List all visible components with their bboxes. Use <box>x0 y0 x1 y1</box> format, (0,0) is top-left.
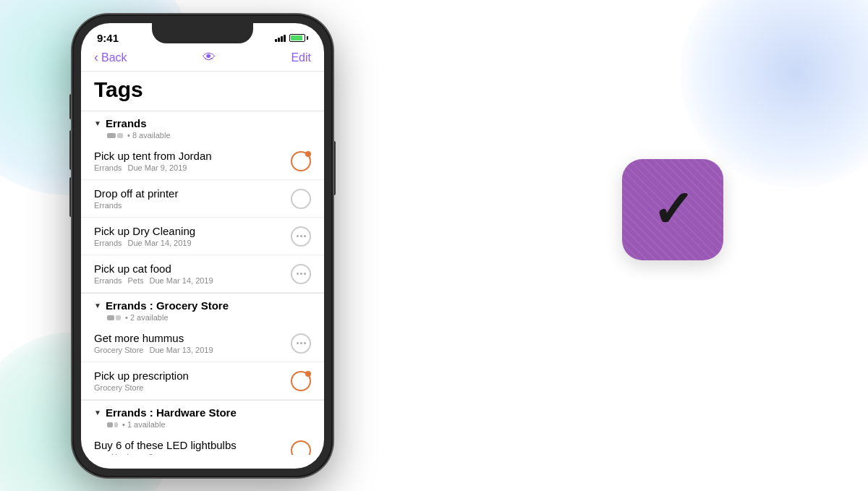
task-circle-gray[interactable] <box>291 189 311 209</box>
task-tag: Hardware Store <box>111 453 167 455</box>
task-title: Pick up tent from Jordan <box>94 150 291 162</box>
task-tag: Errands <box>94 239 122 247</box>
task-circle-orange-dot[interactable] <box>291 151 311 171</box>
chevron-left-icon: ‹ <box>94 50 98 65</box>
status-icons <box>275 34 308 42</box>
task-title: Drop off at printer <box>94 187 291 200</box>
task-content: Drop off at printer Errands <box>94 187 291 210</box>
task-due: Due Mar 14, 2019 <box>150 276 213 285</box>
task-item[interactable]: Pick up prescription Grocery Store <box>81 362 324 400</box>
status-time: 9:41 <box>97 32 119 44</box>
page-title: Tags <box>81 72 324 111</box>
power-button <box>333 141 336 195</box>
task-meta: Errands Due Mar 14, 2019 <box>94 239 291 247</box>
dots-icon <box>297 342 306 344</box>
section-grocery-header: ▼ Errands : Grocery Store • 2 available <box>81 293 324 325</box>
task-item[interactable]: Pick up tent from Jordan Errands Due Mar… <box>81 142 324 180</box>
task-meta: Grocery Store Due Mar 13, 2019 <box>94 346 291 354</box>
task-title: Buy 6 of these LED lightbulbs <box>94 439 291 451</box>
task-tag: Grocery Store <box>94 346 143 354</box>
tags-list[interactable]: ▼ Errands • 8 available Pick up tent <box>81 111 324 455</box>
task-item[interactable]: Pick up cat food Errands Pets Due Mar 14… <box>81 255 324 293</box>
section-hardware-header: ▼ Errands : Hardware Store • 1 available <box>81 400 324 432</box>
eye-icon[interactable]: 👁 <box>203 50 216 65</box>
task-title: Pick up prescription <box>94 370 291 382</box>
task-content: Get more hummus Grocery Store Due Mar 13… <box>94 332 291 354</box>
checkmark-icon: ✓ <box>652 184 694 235</box>
edit-button[interactable]: Edit <box>291 51 311 64</box>
section-errands-count: • 8 available <box>127 131 171 140</box>
task-due: Due Mar 13, 2019 <box>149 346 213 354</box>
task-meta: Hardware Store <box>94 453 291 455</box>
task-tag: Errands <box>94 163 122 172</box>
nav-bar: ‹ Back 👁 Edit <box>81 47 324 72</box>
task-circle-orange-dot[interactable] <box>291 371 311 391</box>
phone-frame: 9:41 <box>72 14 333 477</box>
battery-icon <box>289 34 308 42</box>
collapse-triangle-icon[interactable]: ▼ <box>94 302 101 309</box>
task-tag: Errands <box>94 201 122 210</box>
section-hardware-count: • 1 available <box>122 420 166 429</box>
task-title: Pick up Dry Cleaning <box>94 225 291 237</box>
task-meta: Grocery Store <box>94 383 291 392</box>
task-circle-dots[interactable] <box>291 226 311 247</box>
task-meta: Errands Due Mar 9, 2019 <box>94 163 291 172</box>
task-content: Pick up prescription Grocery Store <box>94 370 291 392</box>
section-hardware-title: Errands : Hardware Store <box>106 406 237 419</box>
task-due: Due Mar 9, 2019 <box>128 163 187 172</box>
task-content: Pick up cat food Errands Pets Due Mar 14… <box>94 262 291 285</box>
task-circle-dots[interactable] <box>291 264 311 284</box>
phone-screen: 9:41 <box>81 23 324 469</box>
task-tag: Grocery Store <box>94 383 143 392</box>
task-item[interactable]: Buy 6 of these LED lightbulbs Hardware S… <box>81 432 324 455</box>
collapse-triangle-icon[interactable]: ▼ <box>94 119 101 127</box>
dots-icon <box>297 273 306 275</box>
task-tag-pets: Pets <box>128 276 144 285</box>
section-bars-icon <box>107 133 123 138</box>
task-title: Get more hummus <box>94 332 291 344</box>
collapse-triangle-icon[interactable]: ▼ <box>94 409 101 417</box>
task-circle-orange[interactable] <box>291 440 311 456</box>
back-label: Back <box>101 51 127 64</box>
section-grocery-count: • 2 available <box>125 313 169 322</box>
task-content: Buy 6 of these LED lightbulbs Hardware S… <box>94 439 291 455</box>
section-grocery-title: Errands : Grocery Store <box>106 299 229 312</box>
task-title: Pick up cat food <box>94 262 291 275</box>
section-bars-icon <box>107 315 121 320</box>
notch <box>152 23 253 43</box>
app-icon-wrapper: ✓ <box>622 159 723 260</box>
section-errands-title: Errands <box>106 117 147 129</box>
task-content: Pick up Dry Cleaning Errands Due Mar 14,… <box>94 225 291 247</box>
task-meta: Errands Pets Due Mar 14, 2019 <box>94 276 291 285</box>
task-tag: Errands <box>94 276 122 285</box>
section-errands-header: ▼ Errands • 8 available <box>81 111 324 142</box>
section-bars-icon <box>107 422 118 427</box>
back-button[interactable]: ‹ Back <box>94 50 127 65</box>
task-meta: Errands <box>94 201 291 210</box>
task-item[interactable]: Pick up Dry Cleaning Errands Due Mar 14,… <box>81 218 324 255</box>
task-content: Pick up tent from Jordan Errands Due Mar… <box>94 150 291 172</box>
signal-icon <box>275 35 286 42</box>
phone-mockup: 9:41 <box>72 14 333 477</box>
task-due: Due Mar 14, 2019 <box>128 239 192 247</box>
app-icon: ✓ <box>622 159 723 260</box>
task-item[interactable]: Drop off at printer Errands <box>81 180 324 218</box>
task-circle-dots[interactable] <box>291 333 311 354</box>
task-item[interactable]: Get more hummus Grocery Store Due Mar 13… <box>81 325 324 362</box>
dots-icon <box>297 235 306 237</box>
